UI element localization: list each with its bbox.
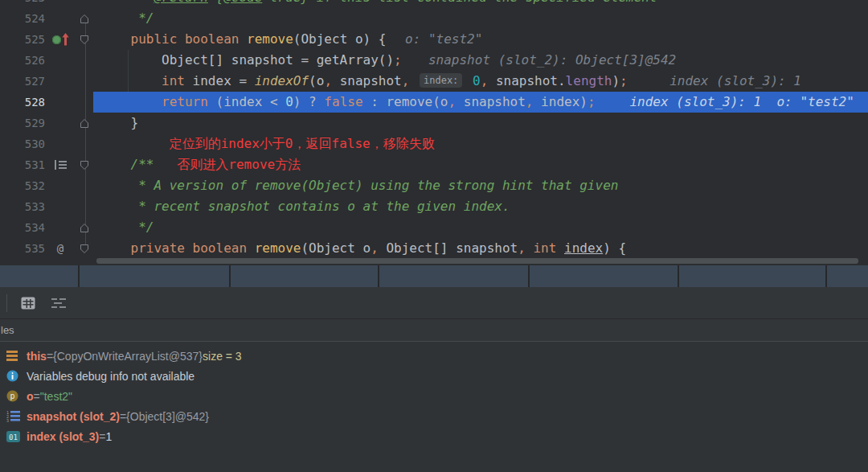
code-token: ,	[371, 240, 379, 256]
fold-marker-area[interactable]	[76, 238, 93, 259]
code-token: ,	[324, 73, 332, 88]
code-line[interactable]: 527 int index = indexOf(o, snapshot, ind…	[0, 71, 868, 92]
line-number[interactable]: 524	[0, 8, 45, 29]
variable-row[interactable]: po = "test2"	[0, 386, 868, 406]
fold-marker-area[interactable]	[76, 217, 93, 238]
sorted-list-icon[interactable]	[55, 160, 67, 170]
code-line[interactable]: 523 * @return {@code true} if this list …	[0, 0, 868, 8]
code-line[interactable]: 533 * recent snapshot contains o at the …	[0, 196, 868, 217]
fold-expanded-icon[interactable]	[80, 244, 89, 254]
code-line[interactable]: 531 /** 否则进入remove方法	[0, 154, 868, 175]
code-line-text[interactable]: private boolean remove(Object o, Object[…	[93, 238, 626, 259]
code-token: 否则进入remove方法	[177, 157, 301, 172]
line-number[interactable]: 528	[0, 92, 45, 113]
line-number[interactable]: 534	[0, 217, 45, 238]
code-token	[556, 240, 564, 256]
panel-title-row: les	[0, 318, 868, 341]
line-number[interactable]: 533	[0, 196, 45, 217]
line-number[interactable]: 526	[0, 50, 45, 71]
code-token: Object[] snapshot = getArray()	[100, 52, 394, 68]
header-strip-cell[interactable]	[0, 265, 78, 287]
code-line-text[interactable]: * @return {@code true} if this list cont…	[93, 0, 657, 8]
code-line[interactable]: 530 定位到的index小于0，返回false，移除失败	[0, 133, 868, 154]
line-number[interactable]: 525	[0, 29, 45, 50]
code-line[interactable]: 532 * A version of remove(Object) using …	[0, 175, 868, 196]
code-line-text[interactable]: Object[] snapshot = getArray(); snapshot…	[93, 50, 676, 71]
gutter-icon-area	[45, 92, 76, 113]
fold-expanded-icon[interactable]	[80, 35, 89, 45]
code-line-text[interactable]: */	[93, 8, 154, 29]
gutter-icon-area[interactable]	[45, 29, 76, 50]
variable-row[interactable]: 123snapshot (slot_2) = {Object[3]@542}	[0, 406, 868, 426]
line-number[interactable]: 529	[0, 113, 45, 133]
code-line[interactable]: 525 public boolean remove(Object o) { o:…	[0, 29, 868, 50]
field-icon-holder	[6, 350, 21, 363]
table-view-icon[interactable]	[18, 293, 38, 313]
header-strip-cell[interactable]	[80, 265, 229, 287]
code-line-text[interactable]: */	[93, 217, 154, 238]
fold-marker-area[interactable]	[76, 113, 93, 133]
code-token: (o	[309, 73, 324, 88]
code-line-text[interactable]: 定位到的index小于0，返回false，移除失败	[93, 133, 435, 154]
code-line-text[interactable]: * A version of remove(Object) using the …	[93, 175, 618, 196]
code-line[interactable]: 534 */	[0, 217, 868, 238]
code-line-text[interactable]: * recent snapshot contains o at the give…	[93, 196, 510, 217]
gutter-icon-area[interactable]: @	[45, 238, 76, 259]
horizontal-scrollbar-thumb[interactable]	[96, 258, 858, 264]
code-line[interactable]: 524 */	[0, 8, 868, 29]
code-token: public boolean	[131, 31, 248, 47]
gutter-icon-area	[45, 50, 76, 71]
code-token: 定位到的index小于0，返回false，移除失败	[170, 136, 435, 151]
fold-marker-area[interactable]	[76, 8, 93, 29]
variable-row[interactable]: Variables debug info not available	[0, 366, 868, 386]
code-lines: 523 * @return {@code true} if this list …	[0, 0, 868, 259]
method-breakpoint-icon[interactable]	[52, 35, 61, 44]
fold-expanded-icon[interactable]	[80, 160, 89, 170]
inline-debugger-value: index (slot_3): 1 o: "test2"	[607, 94, 854, 109]
line-number[interactable]: 527	[0, 71, 45, 92]
gutter-icon-area[interactable]	[45, 154, 76, 175]
variable-value: "test2"	[40, 390, 72, 403]
annotation-at-icon[interactable]: @	[57, 238, 63, 259]
line-number[interactable]: 535	[0, 238, 45, 259]
code-line-text[interactable]: return (index < 0) ? false : remove(o, s…	[93, 92, 854, 113]
header-strip-cell[interactable]	[379, 265, 528, 287]
variable-value: Variables debug info not available	[27, 370, 194, 383]
code-token	[465, 73, 473, 88]
field-icon	[6, 351, 18, 361]
gutter-icon-area	[45, 8, 76, 29]
code-token: ) ?	[293, 94, 325, 109]
line-number[interactable]: 532	[0, 175, 45, 196]
code-line[interactable]: 529 }	[0, 113, 868, 133]
code-token: Object[] snapshot	[379, 240, 518, 256]
variable-row[interactable]: 01index (slot_3) = 1	[0, 426, 868, 446]
execution-line[interactable]: 528 return (index < 0) ? false : remove(…	[0, 92, 868, 113]
header-strip-cell[interactable]	[827, 265, 868, 287]
execution-arrow-icon	[62, 33, 69, 46]
code-token: ;	[588, 94, 596, 109]
variables-panel-title: les	[0, 324, 14, 336]
code-line[interactable]: 526 Object[] snapshot = getArray(); snap…	[0, 50, 868, 71]
header-strip-cell[interactable]	[231, 265, 378, 287]
code-line-text[interactable]: }	[93, 113, 138, 133]
fold-end-icon[interactable]	[80, 118, 89, 129]
code-token: (index <	[208, 94, 285, 109]
fold-end-icon[interactable]	[80, 14, 89, 24]
variable-value: =	[99, 430, 105, 443]
code-token: indexOf	[255, 73, 309, 88]
line-number[interactable]: 531	[0, 154, 45, 175]
fold-marker-area[interactable]	[76, 154, 93, 175]
code-line-text[interactable]: int index = indexOf(o, snapshot, index: …	[93, 71, 801, 92]
customize-view-icon[interactable]	[49, 293, 68, 313]
code-line-text[interactable]: /** 否则进入remove方法	[93, 154, 301, 175]
header-strip-cell[interactable]	[530, 265, 678, 287]
code-line[interactable]: 535@ private boolean remove(Object o, Ob…	[0, 238, 868, 259]
line-number[interactable]: 530	[0, 133, 45, 154]
fold-marker-area[interactable]	[76, 29, 93, 50]
header-strip-cell[interactable]	[679, 265, 825, 287]
variable-row[interactable]: this = {CopyOnWriteArrayList@537} size =…	[0, 346, 868, 366]
code-line-text[interactable]: public boolean remove(Object o) { o: "te…	[93, 29, 482, 50]
line-number[interactable]: 523	[0, 0, 45, 8]
code-editor[interactable]: 523 * @return {@code true} if this list …	[0, 0, 868, 265]
fold-end-icon[interactable]	[80, 223, 89, 233]
